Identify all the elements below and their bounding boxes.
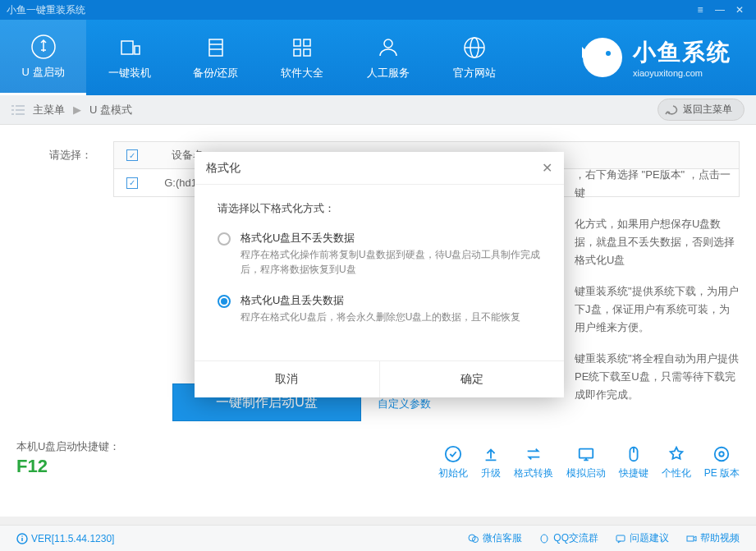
format-dialog: 格式化 ✕ 请选择以下格式化方式： 格式化U盘且不丢失数据 程序在格式化操作前将… bbox=[195, 152, 564, 397]
dialog-title: 格式化 bbox=[206, 161, 241, 176]
radio-icon[interactable] bbox=[218, 232, 231, 246]
radio-option-lose-data[interactable]: 格式化U盘且丢失数据 程序在格式化U盘后，将会永久删除您U盘上的数据，且不能恢复 bbox=[218, 293, 541, 324]
radio-icon[interactable] bbox=[218, 295, 231, 308]
option-title: 格式化U盘且不丢失数据 bbox=[241, 231, 541, 246]
option-description: 程序在格式化U盘后，将会永久删除您U盘上的数据，且不能恢复 bbox=[241, 310, 520, 324]
dialog-close-button[interactable]: ✕ bbox=[542, 160, 552, 176]
ok-button[interactable]: 确定 bbox=[379, 361, 565, 397]
dialog-header: 格式化 ✕ bbox=[195, 152, 564, 185]
dialog-prompt: 请选择以下格式化方式： bbox=[218, 201, 541, 216]
radio-option-keep-data[interactable]: 格式化U盘且不丢失数据 程序在格式化操作前将复制U盘数据到硬盘，待U盘启动工具制… bbox=[218, 231, 541, 277]
option-description: 程序在格式化操作前将复制U盘数据到硬盘，待U盘启动工具制作完成后，程序将数据恢复… bbox=[241, 247, 541, 277]
cancel-button[interactable]: 取消 bbox=[195, 361, 379, 397]
option-title: 格式化U盘且丢失数据 bbox=[241, 293, 520, 308]
